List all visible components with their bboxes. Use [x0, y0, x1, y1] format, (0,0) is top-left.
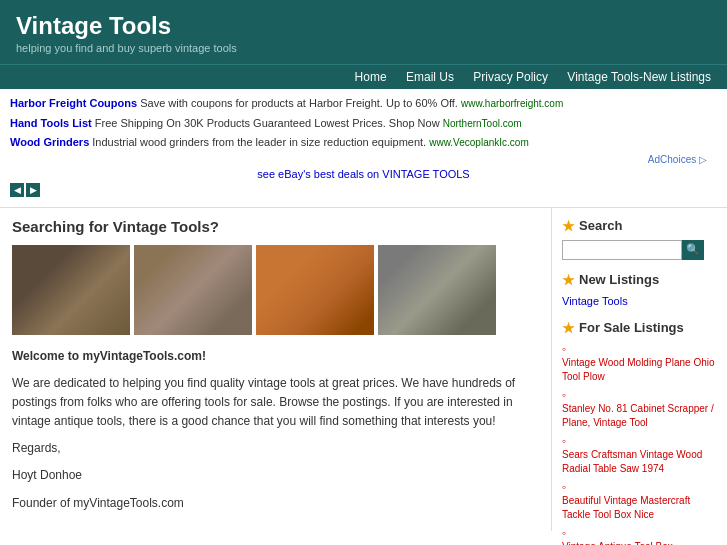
search-title: ★ Search: [562, 218, 717, 234]
author-title: Founder of myVintageTools.com: [12, 494, 539, 513]
tool-image-1: [12, 245, 130, 335]
welcome-bold: Welcome to myVintageTools.com!: [12, 347, 539, 366]
ad-1-url[interactable]: www.harborfreight.com: [461, 98, 563, 109]
main-heading: Searching for Vintage Tools?: [12, 218, 539, 235]
site-title: Vintage Tools: [16, 12, 711, 40]
body-text: Welcome to myVintageTools.com! We are de…: [12, 347, 539, 513]
prev-arrow[interactable]: ◀: [10, 183, 24, 197]
ad-1: Harbor Freight Coupons Save with coupons…: [10, 95, 717, 112]
list-item: Stanley No. 81 Cabinet Scrapper / Plane,…: [562, 388, 717, 430]
main-layout: Searching for Vintage Tools? Welcome to …: [0, 208, 727, 546]
search-button[interactable]: 🔍: [682, 240, 704, 260]
nav-new-listings[interactable]: Vintage Tools-New Listings: [567, 70, 711, 84]
search-input[interactable]: [562, 240, 682, 260]
ads-bar: Harbor Freight Coupons Save with coupons…: [0, 89, 727, 208]
sale-link-2[interactable]: Stanley No. 81 Cabinet Scrapper / Plane,…: [562, 402, 717, 430]
for-sale-label: For Sale Listings: [579, 320, 684, 335]
search-label: Search: [579, 218, 622, 233]
ad-2-url[interactable]: NorthernTool.com: [443, 118, 522, 129]
sale-link-1[interactable]: Vintage Wood Molding Plane Ohio Tool Plo…: [562, 356, 717, 384]
ad-2-text: Free Shipping On 30K Products Guaranteed…: [95, 117, 443, 129]
author-name: Hoyt Donhoe: [12, 466, 539, 485]
ad-3: Wood Grinders Industrial wood grinders f…: [10, 134, 717, 151]
page-header: Vintage Tools helping you find and buy s…: [0, 0, 727, 64]
sale-link-3[interactable]: Sears Craftsman Vintage Wood Radial Tabl…: [562, 448, 717, 476]
ad-1-title[interactable]: Harbor Freight Coupons: [10, 97, 137, 109]
next-arrow[interactable]: ▶: [26, 183, 40, 197]
images-row: [12, 245, 539, 335]
ad-3-text: Industrial wood grinders from the leader…: [92, 136, 429, 148]
sale-list: Vintage Wood Molding Plane Ohio Tool Plo…: [562, 342, 717, 546]
tool-image-2: [134, 245, 252, 335]
new-listings-title: ★ New Listings: [562, 272, 717, 288]
list-item: Vintage Antique Tool Box: [562, 526, 717, 546]
main-para1: We are dedicated to helping you find qua…: [12, 374, 539, 432]
new-listings-star-icon: ★: [562, 272, 575, 288]
nav-privacy[interactable]: Privacy Policy: [473, 70, 548, 84]
list-item: Beautiful Vintage Mastercraft Tackle Too…: [562, 480, 717, 522]
tool-image-3: [256, 245, 374, 335]
ebay-link-anchor[interactable]: see eBay's best deals on VINTAGE TOOLS: [257, 168, 469, 180]
ad-3-url[interactable]: www.VecoplankIc.com: [429, 137, 529, 148]
list-item: Sears Craftsman Vintage Wood Radial Tabl…: [562, 434, 717, 476]
nav-email[interactable]: Email Us: [406, 70, 454, 84]
regards: Regards,: [12, 439, 539, 458]
nav-home[interactable]: Home: [355, 70, 387, 84]
ad-2-title[interactable]: Hand Tools List: [10, 117, 92, 129]
sale-link-5[interactable]: Vintage Antique Tool Box: [562, 540, 717, 546]
for-sale-section: ★ For Sale Listings Vintage Wood Molding…: [562, 320, 717, 546]
ad-3-title[interactable]: Wood Grinders: [10, 136, 89, 148]
site-subtitle: helping you find and buy superb vintage …: [16, 42, 711, 54]
tool-image-4: [378, 245, 496, 335]
nav-arrows: ◀ ▶: [10, 183, 717, 197]
list-item: Vintage Wood Molding Plane Ohio Tool Plo…: [562, 342, 717, 384]
search-box: 🔍: [562, 240, 717, 260]
sale-link-4[interactable]: Beautiful Vintage Mastercraft Tackle Too…: [562, 494, 717, 522]
adchoices: AdChoices ▷: [10, 154, 717, 165]
ebay-link: see eBay's best deals on VINTAGE TOOLS: [10, 165, 717, 183]
new-listings-label: New Listings: [579, 272, 659, 287]
sidebar: ★ Search 🔍 ★ New Listings Vintage Tools …: [552, 208, 727, 546]
ad-2: Hand Tools List Free Shipping On 30K Pro…: [10, 115, 717, 132]
sidebar-search-section: ★ Search 🔍: [562, 218, 717, 260]
search-star-icon: ★: [562, 218, 575, 234]
for-sale-title: ★ For Sale Listings: [562, 320, 717, 336]
main-content: Searching for Vintage Tools? Welcome to …: [0, 208, 552, 531]
main-nav: Home Email Us Privacy Policy Vintage Too…: [0, 64, 727, 89]
new-listings-section: ★ New Listings Vintage Tools: [562, 272, 717, 308]
new-listings-link[interactable]: Vintage Tools: [562, 295, 628, 307]
for-sale-star-icon: ★: [562, 320, 575, 336]
ad-1-text: Save with coupons for products at Harbor…: [140, 97, 461, 109]
